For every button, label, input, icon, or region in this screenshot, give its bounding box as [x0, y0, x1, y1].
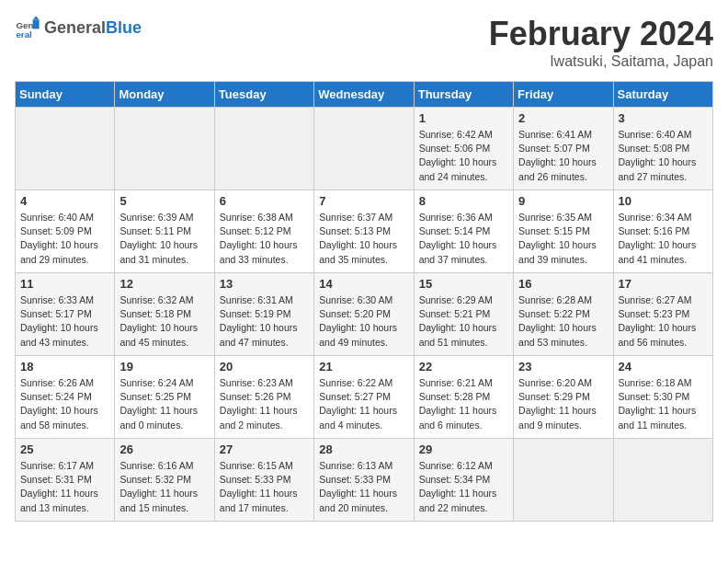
day-number: 27	[220, 442, 309, 456]
calendar-cell: 13Sunrise: 6:31 AMSunset: 5:19 PMDayligh…	[214, 273, 313, 356]
calendar-cell: 19Sunrise: 6:24 AMSunset: 5:25 PMDayligh…	[115, 356, 214, 439]
calendar-cell: 14Sunrise: 6:30 AMSunset: 5:20 PMDayligh…	[314, 273, 414, 356]
title-area: February 2024 Iwatsuki, Saitama, Japan	[489, 15, 713, 70]
calendar-cell	[314, 108, 414, 190]
day-of-week-header: Tuesday	[214, 82, 313, 108]
day-number: 11	[20, 277, 109, 291]
calendar-week-row: 4Sunrise: 6:40 AMSunset: 5:09 PMDaylight…	[16, 190, 713, 273]
day-number: 4	[20, 194, 109, 208]
day-number: 22	[419, 360, 508, 373]
day-number: 21	[319, 360, 408, 373]
day-info: Sunrise: 6:17 AMSunset: 5:31 PMDaylight:…	[20, 459, 109, 515]
day-of-week-header: Friday	[514, 82, 613, 108]
logo: Gen eral General Blue	[15, 15, 142, 40]
month-year-title: February 2024	[489, 15, 713, 53]
day-info: Sunrise: 6:28 AMSunset: 5:22 PMDaylight:…	[518, 293, 608, 350]
calendar-cell: 4Sunrise: 6:40 AMSunset: 5:09 PMDaylight…	[16, 190, 115, 273]
day-of-week-header: Sunday	[16, 82, 115, 108]
calendar-cell: 2Sunrise: 6:41 AMSunset: 5:07 PMDaylight…	[514, 108, 613, 190]
day-number: 25	[20, 442, 109, 456]
day-number: 12	[119, 277, 209, 291]
calendar-cell: 29Sunrise: 6:12 AMSunset: 5:34 PMDayligh…	[414, 439, 513, 522]
calendar-header: SundayMondayTuesdayWednesdayThursdayFrid…	[16, 82, 713, 108]
calendar-cell	[514, 439, 613, 522]
day-info: Sunrise: 6:15 AMSunset: 5:33 PMDaylight:…	[220, 459, 309, 515]
calendar-cell	[613, 439, 712, 522]
day-info: Sunrise: 6:26 AMSunset: 5:24 PMDaylight:…	[20, 376, 109, 432]
logo-icon: Gen eral	[15, 15, 40, 40]
day-info: Sunrise: 6:41 AMSunset: 5:07 PMDaylight:…	[518, 128, 608, 184]
day-number: 16	[518, 277, 608, 291]
calendar-body: 1Sunrise: 6:42 AMSunset: 5:06 PMDaylight…	[16, 108, 713, 522]
logo-general: General	[44, 18, 106, 38]
day-number: 19	[119, 360, 209, 373]
header-row: SundayMondayTuesdayWednesdayThursdayFrid…	[16, 82, 713, 108]
day-info: Sunrise: 6:40 AMSunset: 5:09 PMDaylight:…	[20, 211, 109, 267]
svg-text:eral: eral	[16, 29, 32, 40]
day-number: 15	[419, 277, 508, 291]
logo-blue: Blue	[106, 18, 142, 38]
calendar-cell: 1Sunrise: 6:42 AMSunset: 5:06 PMDaylight…	[414, 108, 513, 190]
calendar-cell: 25Sunrise: 6:17 AMSunset: 5:31 PMDayligh…	[16, 439, 115, 522]
calendar-cell: 12Sunrise: 6:32 AMSunset: 5:18 PMDayligh…	[115, 273, 214, 356]
day-info: Sunrise: 6:36 AMSunset: 5:14 PMDaylight:…	[419, 211, 508, 267]
day-number: 3	[619, 111, 708, 125]
svg-marker-2	[33, 20, 40, 29]
day-info: Sunrise: 6:29 AMSunset: 5:21 PMDaylight:…	[419, 293, 508, 350]
day-info: Sunrise: 6:13 AMSunset: 5:33 PMDaylight:…	[319, 459, 408, 515]
calendar-cell: 7Sunrise: 6:37 AMSunset: 5:13 PMDaylight…	[314, 190, 414, 273]
day-number: 7	[319, 194, 408, 208]
day-info: Sunrise: 6:33 AMSunset: 5:17 PMDaylight:…	[20, 293, 109, 350]
day-info: Sunrise: 6:35 AMSunset: 5:15 PMDaylight:…	[518, 211, 608, 267]
calendar-cell: 16Sunrise: 6:28 AMSunset: 5:22 PMDayligh…	[514, 273, 613, 356]
calendar-cell: 20Sunrise: 6:23 AMSunset: 5:26 PMDayligh…	[214, 356, 313, 439]
location-subtitle: Iwatsuki, Saitama, Japan	[489, 53, 713, 70]
calendar-cell	[16, 108, 115, 190]
calendar-cell: 9Sunrise: 6:35 AMSunset: 5:15 PMDaylight…	[514, 190, 613, 273]
calendar-cell: 10Sunrise: 6:34 AMSunset: 5:16 PMDayligh…	[613, 190, 712, 273]
calendar-cell: 11Sunrise: 6:33 AMSunset: 5:17 PMDayligh…	[16, 273, 115, 356]
day-number: 9	[518, 194, 608, 208]
day-info: Sunrise: 6:16 AMSunset: 5:32 PMDaylight:…	[119, 459, 209, 515]
page-header: Gen eral General Blue February 2024 Iwat…	[15, 15, 713, 70]
calendar-cell: 5Sunrise: 6:39 AMSunset: 5:11 PMDaylight…	[115, 190, 214, 273]
calendar-cell: 27Sunrise: 6:15 AMSunset: 5:33 PMDayligh…	[214, 439, 313, 522]
calendar-cell: 15Sunrise: 6:29 AMSunset: 5:21 PMDayligh…	[414, 273, 513, 356]
calendar-week-row: 1Sunrise: 6:42 AMSunset: 5:06 PMDaylight…	[16, 108, 713, 190]
day-info: Sunrise: 6:22 AMSunset: 5:27 PMDaylight:…	[319, 376, 408, 432]
day-number: 26	[119, 442, 209, 456]
day-number: 23	[518, 360, 608, 373]
day-number: 2	[518, 111, 608, 125]
calendar-cell: 28Sunrise: 6:13 AMSunset: 5:33 PMDayligh…	[314, 439, 414, 522]
calendar-cell: 23Sunrise: 6:20 AMSunset: 5:29 PMDayligh…	[514, 356, 613, 439]
day-info: Sunrise: 6:24 AMSunset: 5:25 PMDaylight:…	[119, 376, 209, 432]
calendar-cell	[214, 108, 313, 190]
day-info: Sunrise: 6:37 AMSunset: 5:13 PMDaylight:…	[319, 211, 408, 267]
day-info: Sunrise: 6:32 AMSunset: 5:18 PMDaylight:…	[119, 293, 209, 350]
day-info: Sunrise: 6:27 AMSunset: 5:23 PMDaylight:…	[619, 293, 708, 350]
day-number: 8	[419, 194, 508, 208]
day-number: 18	[20, 360, 109, 373]
day-of-week-header: Saturday	[613, 82, 712, 108]
calendar-week-row: 11Sunrise: 6:33 AMSunset: 5:17 PMDayligh…	[16, 273, 713, 356]
day-info: Sunrise: 6:34 AMSunset: 5:16 PMDaylight:…	[619, 211, 708, 267]
day-info: Sunrise: 6:40 AMSunset: 5:08 PMDaylight:…	[619, 128, 708, 184]
day-info: Sunrise: 6:20 AMSunset: 5:29 PMDaylight:…	[518, 376, 608, 432]
calendar-cell: 22Sunrise: 6:21 AMSunset: 5:28 PMDayligh…	[414, 356, 513, 439]
calendar-cell: 24Sunrise: 6:18 AMSunset: 5:30 PMDayligh…	[613, 356, 712, 439]
day-info: Sunrise: 6:42 AMSunset: 5:06 PMDaylight:…	[419, 128, 508, 184]
calendar-week-row: 18Sunrise: 6:26 AMSunset: 5:24 PMDayligh…	[16, 356, 713, 439]
calendar-cell: 17Sunrise: 6:27 AMSunset: 5:23 PMDayligh…	[613, 273, 712, 356]
day-info: Sunrise: 6:38 AMSunset: 5:12 PMDaylight:…	[220, 211, 309, 267]
day-number: 6	[220, 194, 309, 208]
calendar-week-row: 25Sunrise: 6:17 AMSunset: 5:31 PMDayligh…	[16, 439, 713, 522]
day-info: Sunrise: 6:30 AMSunset: 5:20 PMDaylight:…	[319, 293, 408, 350]
day-info: Sunrise: 6:12 AMSunset: 5:34 PMDaylight:…	[419, 459, 508, 515]
svg-marker-3	[33, 16, 40, 19]
calendar-cell: 21Sunrise: 6:22 AMSunset: 5:27 PMDayligh…	[314, 356, 414, 439]
calendar-cell: 26Sunrise: 6:16 AMSunset: 5:32 PMDayligh…	[115, 439, 214, 522]
day-info: Sunrise: 6:39 AMSunset: 5:11 PMDaylight:…	[119, 211, 209, 267]
day-number: 5	[119, 194, 209, 208]
day-number: 10	[619, 194, 708, 208]
calendar-cell: 6Sunrise: 6:38 AMSunset: 5:12 PMDaylight…	[214, 190, 313, 273]
